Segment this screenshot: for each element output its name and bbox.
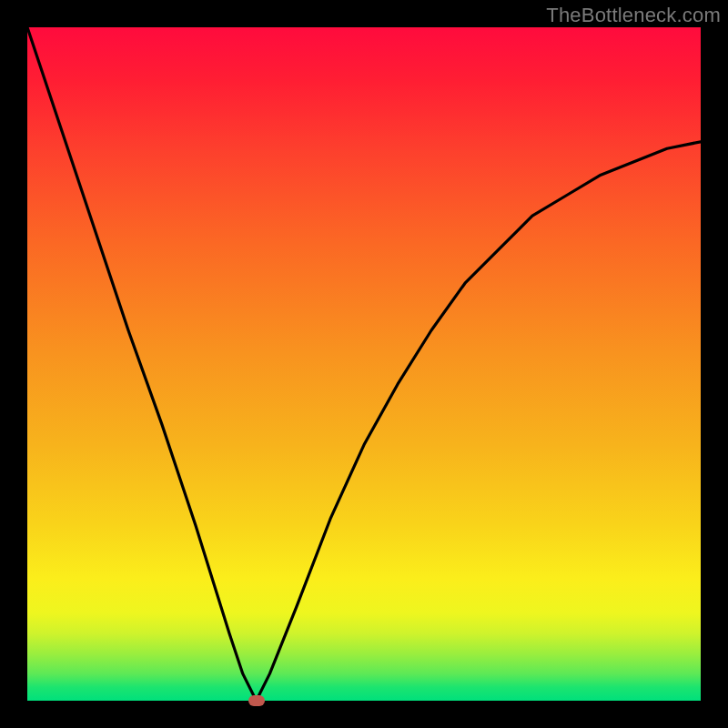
plot-area: [27, 27, 701, 701]
bottleneck-curve: [27, 27, 701, 701]
optimal-point-marker: [248, 695, 265, 706]
chart-frame: TheBottleneck.com: [0, 0, 728, 728]
curve-path: [27, 27, 701, 701]
watermark-text: TheBottleneck.com: [546, 4, 721, 27]
